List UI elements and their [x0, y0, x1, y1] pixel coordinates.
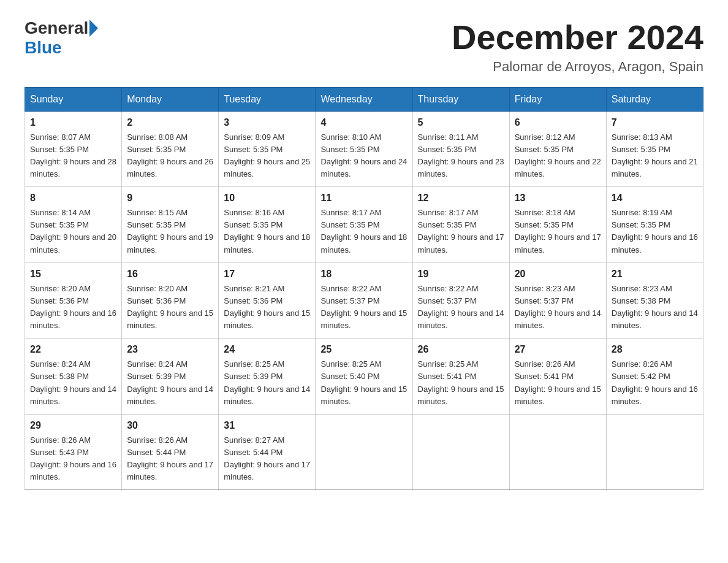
- calendar-day-cell: 12 Sunrise: 8:17 AMSunset: 5:35 PMDaylig…: [412, 187, 509, 263]
- day-number: 7: [612, 115, 698, 130]
- calendar-week-row: 8 Sunrise: 8:14 AMSunset: 5:35 PMDayligh…: [25, 187, 703, 263]
- day-info: Sunrise: 8:12 AMSunset: 5:35 PMDaylight:…: [515, 132, 601, 178]
- calendar-day-cell: 26 Sunrise: 8:25 AMSunset: 5:41 PMDaylig…: [412, 339, 509, 415]
- calendar-day-cell: 30 Sunrise: 8:26 AMSunset: 5:44 PMDaylig…: [122, 414, 219, 490]
- calendar-day-cell: 27 Sunrise: 8:26 AMSunset: 5:41 PMDaylig…: [509, 339, 606, 415]
- calendar-day-cell: 8 Sunrise: 8:14 AMSunset: 5:35 PMDayligh…: [25, 187, 122, 263]
- day-number: 30: [127, 418, 213, 433]
- day-info: Sunrise: 8:20 AMSunset: 5:36 PMDaylight:…: [30, 284, 116, 330]
- calendar-day-cell: [606, 414, 703, 490]
- day-number: 4: [320, 115, 407, 130]
- day-number: 12: [418, 191, 504, 205]
- day-info: Sunrise: 8:21 AMSunset: 5:36 PMDaylight:…: [224, 284, 310, 330]
- calendar-day-cell: 31 Sunrise: 8:27 AMSunset: 5:44 PMDaylig…: [219, 414, 316, 490]
- day-number: 25: [320, 342, 407, 357]
- day-info: Sunrise: 8:17 AMSunset: 5:35 PMDaylight:…: [320, 208, 407, 254]
- calendar-week-row: 22 Sunrise: 8:24 AMSunset: 5:38 PMDaylig…: [25, 339, 703, 415]
- day-number: 21: [612, 267, 698, 282]
- calendar-day-cell: [316, 414, 412, 490]
- day-info: Sunrise: 8:26 AMSunset: 5:41 PMDaylight:…: [515, 359, 601, 405]
- calendar-week-row: 15 Sunrise: 8:20 AMSunset: 5:36 PMDaylig…: [25, 262, 703, 339]
- day-number: 19: [418, 267, 504, 282]
- day-info: Sunrise: 8:26 AMSunset: 5:43 PMDaylight:…: [30, 435, 116, 481]
- day-info: Sunrise: 8:23 AMSunset: 5:37 PMDaylight:…: [515, 284, 601, 330]
- calendar-day-cell: 29 Sunrise: 8:26 AMSunset: 5:43 PMDaylig…: [25, 414, 122, 490]
- calendar-day-header: Tuesday: [219, 87, 316, 111]
- day-info: Sunrise: 8:16 AMSunset: 5:35 PMDaylight:…: [224, 208, 310, 254]
- calendar-day-cell: 15 Sunrise: 8:20 AMSunset: 5:36 PMDaylig…: [25, 262, 122, 339]
- day-info: Sunrise: 8:25 AMSunset: 5:39 PMDaylight:…: [224, 359, 310, 405]
- calendar-day-cell: 10 Sunrise: 8:16 AMSunset: 5:35 PMDaylig…: [219, 187, 316, 263]
- calendar-day-header: Thursday: [412, 87, 509, 111]
- calendar-day-cell: 4 Sunrise: 8:10 AMSunset: 5:35 PMDayligh…: [316, 111, 412, 187]
- calendar-day-cell: 18 Sunrise: 8:22 AMSunset: 5:37 PMDaylig…: [316, 262, 412, 339]
- calendar-day-cell: 5 Sunrise: 8:11 AMSunset: 5:35 PMDayligh…: [412, 111, 509, 187]
- month-title: December 2024: [452, 18, 703, 56]
- day-number: 17: [224, 267, 310, 282]
- calendar-day-header: Sunday: [25, 87, 122, 111]
- day-info: Sunrise: 8:23 AMSunset: 5:38 PMDaylight:…: [612, 284, 698, 330]
- day-info: Sunrise: 8:08 AMSunset: 5:35 PMDaylight:…: [127, 132, 213, 178]
- calendar-week-row: 29 Sunrise: 8:26 AMSunset: 5:43 PMDaylig…: [25, 414, 703, 490]
- day-number: 24: [224, 342, 310, 357]
- day-number: 2: [127, 115, 213, 130]
- calendar-header-row: SundayMondayTuesdayWednesdayThursdayFrid…: [25, 87, 703, 111]
- day-number: 6: [515, 115, 601, 130]
- calendar-day-cell: 19 Sunrise: 8:22 AMSunset: 5:37 PMDaylig…: [412, 262, 509, 339]
- day-info: Sunrise: 8:22 AMSunset: 5:37 PMDaylight:…: [418, 284, 504, 330]
- day-number: 27: [515, 342, 601, 357]
- day-info: Sunrise: 8:17 AMSunset: 5:35 PMDaylight:…: [418, 208, 504, 254]
- logo: General Blue: [25, 18, 99, 58]
- day-number: 31: [224, 418, 310, 433]
- day-info: Sunrise: 8:20 AMSunset: 5:36 PMDaylight:…: [127, 284, 213, 330]
- day-number: 10: [224, 191, 310, 205]
- title-section: December 2024 Palomar de Arroyos, Aragon…: [452, 18, 703, 75]
- calendar-day-header: Monday: [122, 87, 219, 111]
- day-number: 23: [127, 342, 213, 357]
- calendar-day-cell: 11 Sunrise: 8:17 AMSunset: 5:35 PMDaylig…: [316, 187, 412, 263]
- day-number: 9: [127, 191, 213, 205]
- day-info: Sunrise: 8:19 AMSunset: 5:35 PMDaylight:…: [612, 208, 698, 254]
- day-number: 29: [30, 418, 116, 433]
- calendar-day-header: Friday: [509, 87, 606, 111]
- calendar-day-cell: [509, 414, 606, 490]
- calendar-day-cell: [412, 414, 509, 490]
- calendar-day-cell: 3 Sunrise: 8:09 AMSunset: 5:35 PMDayligh…: [219, 111, 316, 187]
- day-info: Sunrise: 8:15 AMSunset: 5:35 PMDaylight:…: [127, 208, 213, 254]
- calendar-day-cell: 24 Sunrise: 8:25 AMSunset: 5:39 PMDaylig…: [219, 339, 316, 415]
- calendar-week-row: 1 Sunrise: 8:07 AMSunset: 5:35 PMDayligh…: [25, 111, 703, 187]
- day-number: 20: [515, 267, 601, 282]
- day-number: 3: [224, 115, 310, 130]
- calendar-day-cell: 25 Sunrise: 8:25 AMSunset: 5:40 PMDaylig…: [316, 339, 412, 415]
- day-info: Sunrise: 8:07 AMSunset: 5:35 PMDaylight:…: [30, 132, 116, 178]
- calendar-day-cell: 6 Sunrise: 8:12 AMSunset: 5:35 PMDayligh…: [509, 111, 606, 187]
- day-number: 13: [515, 191, 601, 205]
- day-number: 1: [30, 115, 116, 130]
- day-number: 18: [320, 267, 407, 282]
- logo-arrow-icon: [89, 20, 98, 37]
- location-title: Palomar de Arroyos, Aragon, Spain: [452, 59, 703, 75]
- day-number: 28: [612, 342, 698, 357]
- day-number: 14: [612, 191, 698, 205]
- calendar-day-header: Wednesday: [316, 87, 412, 111]
- day-info: Sunrise: 8:24 AMSunset: 5:38 PMDaylight:…: [30, 359, 116, 405]
- calendar-day-cell: 7 Sunrise: 8:13 AMSunset: 5:35 PMDayligh…: [606, 111, 703, 187]
- logo-blue-text: Blue: [25, 38, 62, 58]
- day-info: Sunrise: 8:10 AMSunset: 5:35 PMDaylight:…: [320, 132, 407, 178]
- calendar-day-cell: 23 Sunrise: 8:24 AMSunset: 5:39 PMDaylig…: [122, 339, 219, 415]
- day-number: 16: [127, 267, 213, 282]
- day-info: Sunrise: 8:25 AMSunset: 5:41 PMDaylight:…: [418, 359, 504, 405]
- day-info: Sunrise: 8:24 AMSunset: 5:39 PMDaylight:…: [127, 359, 213, 405]
- calendar-day-cell: 1 Sunrise: 8:07 AMSunset: 5:35 PMDayligh…: [25, 111, 122, 187]
- day-number: 8: [30, 191, 116, 205]
- day-number: 5: [418, 115, 504, 130]
- calendar-table: SundayMondayTuesdayWednesdayThursdayFrid…: [25, 87, 703, 491]
- calendar-day-cell: 28 Sunrise: 8:26 AMSunset: 5:42 PMDaylig…: [606, 339, 703, 415]
- calendar-day-cell: 20 Sunrise: 8:23 AMSunset: 5:37 PMDaylig…: [509, 262, 606, 339]
- day-info: Sunrise: 8:09 AMSunset: 5:35 PMDaylight:…: [224, 132, 310, 178]
- calendar-day-cell: 22 Sunrise: 8:24 AMSunset: 5:38 PMDaylig…: [25, 339, 122, 415]
- calendar-day-cell: 21 Sunrise: 8:23 AMSunset: 5:38 PMDaylig…: [606, 262, 703, 339]
- day-info: Sunrise: 8:18 AMSunset: 5:35 PMDaylight:…: [515, 208, 601, 254]
- day-number: 11: [320, 191, 407, 205]
- day-info: Sunrise: 8:27 AMSunset: 5:44 PMDaylight:…: [224, 435, 310, 481]
